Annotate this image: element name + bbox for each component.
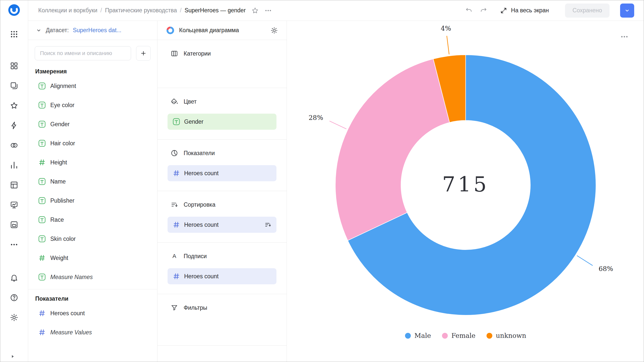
redo-icon[interactable]: [480, 7, 487, 14]
field-skin-color[interactable]: Skin color: [35, 229, 151, 248]
field-measure-names[interactable]: Measure Names: [35, 267, 151, 287]
field-label: Race: [50, 216, 64, 223]
field-chip-gender[interactable]: Gender: [168, 114, 276, 130]
legend-label: Female: [451, 332, 475, 339]
field-measure-values[interactable]: Measure Values: [35, 323, 151, 342]
field-chip-labels-heroes-count[interactable]: Heroes count: [168, 268, 276, 284]
section-label: Подписи: [184, 253, 207, 260]
chevron-down-icon: [624, 7, 630, 14]
type-text-icon: [38, 235, 46, 243]
slice-percent-label: 4%: [441, 25, 451, 32]
search-input[interactable]: [35, 46, 131, 60]
type-text-icon: [38, 120, 46, 128]
apps-grid-icon[interactable]: [10, 30, 18, 38]
page-title: SuperHeroes — gender: [185, 7, 246, 14]
field-gender[interactable]: Gender: [35, 115, 151, 134]
datasets-table-icon[interactable]: [10, 181, 18, 189]
storage-folder-icon[interactable]: [10, 220, 18, 229]
datalens-logo-icon[interactable]: [7, 3, 21, 17]
breadcrumb: Коллекции и воркбуки / Практические руко…: [38, 7, 246, 14]
dashboards-icon[interactable]: [10, 62, 18, 70]
field-eye-color[interactable]: Eye color: [35, 96, 151, 115]
section-color[interactable]: Цвет Gender: [157, 88, 287, 140]
chart-legend: MaleFemaleunknown: [287, 332, 644, 339]
divider: [28, 289, 157, 289]
legend-dot: [442, 333, 448, 339]
field-heroes-count[interactable]: Heroes count: [35, 304, 151, 323]
saved-button[interactable]: Сохранено: [565, 4, 610, 18]
donut-slice-Female[interactable]: [335, 59, 450, 240]
dataset-link[interactable]: SuperHeroes dat...: [73, 27, 121, 34]
collections-icon[interactable]: [10, 81, 18, 90]
field-chip-heroes-count[interactable]: Heroes count: [168, 165, 276, 181]
legend-item-Male[interactable]: Male: [405, 332, 431, 339]
field-name[interactable]: Name: [35, 172, 151, 191]
section-sort[interactable]: Сортировка Heroes count: [157, 191, 287, 243]
chip-label: Gender: [184, 118, 204, 125]
dataset-label: Датасет:: [46, 27, 69, 34]
editor-zap-icon[interactable]: [10, 121, 18, 130]
measures-pie-icon: [171, 149, 178, 157]
sort-icon: [171, 201, 178, 208]
field-label: Publisher: [50, 197, 74, 204]
section-labels[interactable]: A Подписи Heroes count: [157, 243, 287, 294]
breadcrumb-separator: /: [180, 7, 181, 14]
field-height[interactable]: Height: [35, 153, 151, 172]
add-field-button[interactable]: [136, 46, 151, 61]
field-weight[interactable]: Weight: [35, 248, 151, 267]
page-more-icon[interactable]: [264, 7, 272, 14]
field-hair-color[interactable]: Hair color: [35, 134, 151, 153]
field-alignment[interactable]: Alignment: [35, 76, 151, 96]
label-connector: [577, 256, 593, 266]
breadcrumb-link-guides[interactable]: Практические руководства: [105, 7, 177, 14]
topbar-actions: На весь экран Сохранено: [465, 4, 634, 18]
measures-title: Показатели: [35, 295, 151, 302]
field-label: Weight: [50, 255, 68, 261]
plus-icon: [140, 50, 147, 57]
dataset-header: Датасет: SuperHeroes dat...: [28, 21, 157, 40]
field-label: Hair color: [50, 140, 75, 147]
section-filters[interactable]: Фильтры: [157, 294, 287, 346]
section-measures[interactable]: Показатели Heroes count: [157, 140, 287, 191]
fullscreen-icon: [500, 7, 507, 14]
dimensions-list: AlignmentEye colorGenderHair colorHeight…: [35, 76, 151, 287]
help-icon[interactable]: [10, 293, 18, 302]
notifications-bell-icon[interactable]: [10, 274, 18, 282]
donut-chart-icon[interactable]: [166, 26, 175, 35]
relations-venn-icon[interactable]: [10, 141, 18, 150]
field-chip-sort-heroes-count[interactable]: Heroes count: [168, 217, 276, 233]
monitoring-icon[interactable]: [10, 201, 18, 209]
donut-chart[interactable]: 68%28%4%715: [287, 21, 644, 342]
breadcrumb-link-collections[interactable]: Коллекции и воркбуки: [38, 7, 97, 14]
app-window: Коллекции и воркбуки / Практические руко…: [0, 0, 644, 362]
rail-footer: [10, 274, 18, 322]
type-text-icon: [38, 216, 46, 223]
field-publisher[interactable]: Publisher: [35, 191, 151, 210]
chart-type-label[interactable]: Кольцевая диаграмма: [179, 27, 239, 34]
chip-label: Heroes count: [184, 170, 219, 177]
filter-funnel-icon: [171, 304, 178, 311]
top-bar: Коллекции и воркбуки / Практические руко…: [28, 0, 644, 21]
charts-bars-icon[interactable]: [10, 161, 18, 169]
favorite-star-icon[interactable]: [251, 7, 259, 14]
save-dropdown-button[interactable]: [620, 4, 634, 18]
collapse-panel-icon[interactable]: [10, 354, 15, 359]
section-label: Цвет: [184, 98, 197, 105]
legend-item-Female[interactable]: Female: [442, 332, 475, 339]
undo-icon[interactable]: [465, 7, 473, 14]
more-icon[interactable]: [10, 240, 18, 249]
settings-gear-icon[interactable]: [10, 313, 18, 322]
favorites-star-icon[interactable]: [10, 101, 18, 110]
dimensions-title: Измерения: [35, 68, 151, 75]
chevron-down-icon[interactable]: [36, 27, 42, 33]
field-race[interactable]: Race: [35, 210, 151, 229]
sort-direction-icon[interactable]: [264, 221, 271, 228]
chart-settings-gear-icon[interactable]: [270, 27, 278, 34]
field-label: Gender: [50, 121, 70, 128]
dataset-field-list: Измерения AlignmentEye colorGenderHair c…: [28, 68, 157, 342]
legend-item-unknown[interactable]: unknown: [487, 332, 526, 339]
left-rail: [0, 0, 28, 362]
fullscreen-button[interactable]: На весь экран: [500, 7, 549, 14]
section-categories[interactable]: Категории: [157, 40, 287, 88]
type-text-icon: [38, 82, 46, 90]
